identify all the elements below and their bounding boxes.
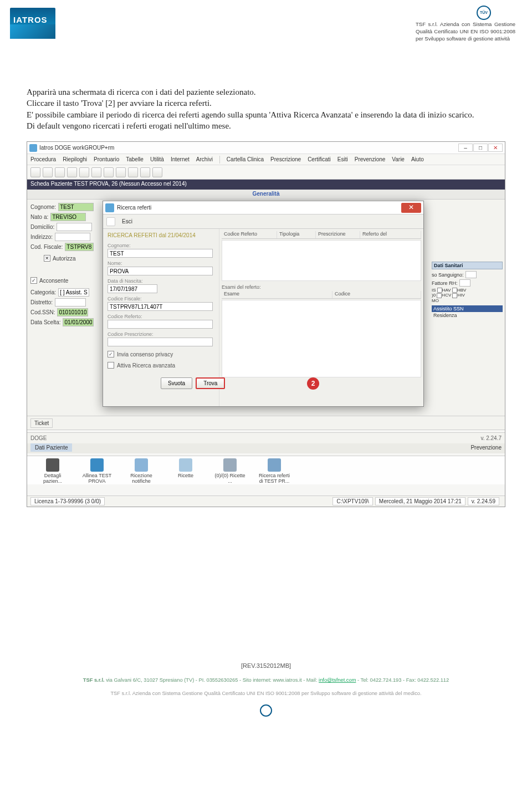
dialog-header: RICERCA REFERTI dal 21/04/2014 (108, 232, 214, 238)
d-datan-label: Data di Nascita: (108, 278, 214, 284)
cognome-label: Cognome: (30, 204, 56, 210)
dati-sanitari-header: Dati Sanitari (432, 262, 503, 269)
hbv-checkbox[interactable] (452, 288, 457, 293)
menu-cartella[interactable]: Cartella Clinica (227, 156, 264, 162)
dialog-close-button[interactable]: ✕ (401, 203, 421, 213)
hav-checkbox[interactable] (437, 288, 442, 293)
ricette-count-label: (0)/(0) Ricette ... (214, 473, 245, 484)
toolbar-icon[interactable] (55, 167, 65, 177)
sanguigno-field[interactable] (466, 271, 477, 278)
toolbar-icon[interactable] (116, 167, 126, 177)
d-codpresc-field[interactable] (108, 338, 213, 346)
domicilio-field[interactable] (57, 223, 92, 231)
iatros-logo: IATROS (10, 8, 55, 39)
col-codref: Codice Referto (222, 231, 277, 238)
toolbar-icon[interactable] (152, 167, 162, 177)
datascelta-field[interactable] (63, 318, 94, 326)
categoria-field[interactable] (58, 288, 89, 297)
toolbar-icon[interactable] (43, 167, 53, 177)
ricette-count-icon[interactable] (223, 458, 237, 472)
d-cognome-field[interactable] (108, 249, 213, 258)
results-list[interactable] (222, 240, 421, 281)
dettagli-label: Dettagli pazien... (43, 473, 62, 484)
zero-label: )0 (432, 293, 436, 298)
nato-field[interactable] (50, 213, 86, 221)
avanzata-checkbox[interactable] (108, 362, 114, 369)
domicilio-label: Domicilio: (30, 224, 54, 230)
col-codice: Codice (332, 291, 421, 298)
codssn-field[interactable] (57, 308, 88, 316)
ricette-icon[interactable] (179, 458, 192, 472)
window-title: Iatros DOGE workGROUP+rm (39, 145, 114, 151)
inner-version: v. 2.24.7 (480, 435, 502, 441)
menu-procedura[interactable]: Procedura (30, 156, 56, 162)
distretto-field[interactable] (55, 298, 86, 306)
autorizza-label: Autorizza (53, 256, 76, 262)
menu-certificati[interactable]: Certificati (308, 156, 331, 162)
ricezione-icon[interactable] (135, 458, 148, 472)
hiv-label: HIV (457, 293, 464, 298)
fattore-field[interactable] (459, 279, 470, 287)
menu-prescrizione[interactable]: Prescrizione (270, 156, 301, 162)
codssn-label: Cod.SSN: (30, 309, 55, 315)
window-close-button[interactable]: ✕ (488, 144, 503, 152)
window-minimize-button[interactable]: – (458, 144, 473, 152)
d-datan-field[interactable] (108, 284, 157, 293)
menu-utilita[interactable]: Utilità (150, 156, 164, 162)
menu-esiti[interactable]: Esiti (337, 156, 348, 162)
codfisc-label: Cod. Fiscale: (30, 244, 63, 250)
menu-internet[interactable]: Internet (171, 156, 190, 162)
d-cf-field[interactable] (108, 302, 213, 311)
toolbar-icon[interactable] (128, 167, 138, 177)
cognome-field[interactable] (58, 203, 94, 211)
d-nome-label: Nome: (108, 260, 214, 266)
toolbar-icon[interactable] (30, 167, 40, 177)
indirizzo-field[interactable] (55, 233, 90, 241)
toolbar-icon[interactable] (79, 167, 89, 177)
toolbar-icon[interactable] (104, 167, 114, 177)
menu-prontuario[interactable]: Prontuario (94, 156, 119, 162)
codfisc-field[interactable] (65, 243, 94, 251)
footer-mail-link[interactable]: info@tsfnet.com (319, 677, 356, 683)
residenza-row[interactable]: Residenza (432, 312, 503, 319)
col-esame: Esame (222, 291, 332, 298)
fattore-label: Fattore RH: (432, 280, 458, 286)
acconsente-label: Acconsente (39, 278, 68, 284)
distretto-label: Distretto: (30, 299, 53, 305)
acconsente-checkbox[interactable]: ✓ (30, 277, 37, 284)
toolbar-icon[interactable] (140, 167, 150, 177)
allinea-icon[interactable] (90, 458, 104, 472)
dettagli-icon[interactable] (46, 458, 59, 472)
window-maximize-button[interactable]: □ (473, 144, 488, 152)
privacy-checkbox[interactable]: ✓ (108, 351, 114, 357)
menu-tabelle[interactable]: Tabelle (126, 156, 144, 162)
menu-aiuto[interactable]: Aiuto (411, 156, 424, 162)
d-nome-field[interactable] (108, 267, 213, 275)
ricerca-icon[interactable] (268, 458, 281, 472)
autorizza-checkbox[interactable]: ✕ (44, 255, 50, 262)
assistito-row[interactable]: Assistito SSN (432, 305, 503, 312)
d-codref-field[interactable] (108, 320, 213, 329)
tuv-bottom-icon (260, 704, 272, 717)
svuota-button[interactable]: Svuota (161, 377, 192, 389)
page-footer: TSF s.r.l. via Galvani 6/C, 31027 Spresi… (24, 677, 508, 717)
toolbar-icon[interactable] (67, 167, 77, 177)
hcv-checkbox[interactable] (437, 293, 442, 298)
menu-prevenzione[interactable]: Prevenzione (355, 156, 386, 162)
dati-paziente-tab[interactable]: Dati Paziente (30, 443, 72, 452)
dialog-tool-icon[interactable] (106, 217, 115, 226)
menu-archivi[interactable]: Archivi (196, 156, 213, 162)
menu-riepiloghi[interactable]: Riepiloghi (63, 156, 87, 162)
esami-list[interactable] (222, 300, 421, 377)
esci-button[interactable]: Esci (117, 217, 137, 226)
prevenzione-tab[interactable]: Prevenzione (470, 445, 505, 451)
doge-label: DOGE (30, 435, 47, 441)
screenshot-container: Iatros DOGE workGROUP+rm – □ ✕ Procedura… (27, 141, 505, 507)
menu-varie[interactable]: Varie (392, 156, 405, 162)
allinea-label: Allinea TEST PROVA (83, 473, 111, 484)
footer-text2: - Tel: 0422.724.193 - Fax: 0422.522.112 (356, 677, 449, 683)
ricerca-referti-dialog: Ricerca referti ✕ Esci RICERCA REFERTI d… (103, 201, 424, 407)
patient-bar: Scheda Paziente TEST PROVA, 26 (Nessun A… (27, 180, 505, 190)
d-cf-label: Codice Fiscale: (108, 296, 214, 302)
toolbar-icon[interactable] (91, 167, 101, 177)
